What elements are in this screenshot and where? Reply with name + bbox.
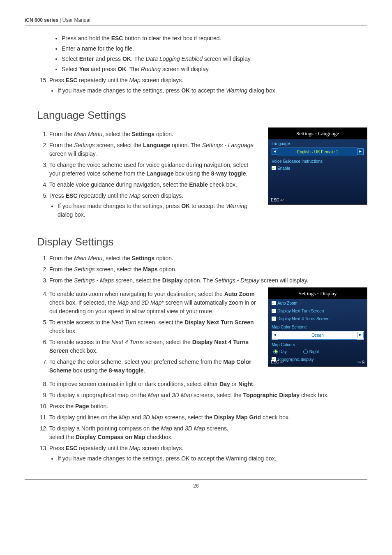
- step: From the Main Menu, select the Settings …: [49, 254, 367, 263]
- next4-checkbox[interactable]: ✓ Display Next 4 Turns Screen: [268, 315, 367, 323]
- heading-language-settings: Language Settings: [37, 107, 367, 123]
- doc-type: User Manual: [62, 17, 90, 23]
- page-header: iCN 600 series | User Manual: [25, 16, 367, 26]
- day-radio[interactable]: Day: [273, 349, 287, 355]
- mcs-label: Map Color Scheme: [268, 323, 367, 330]
- vgi-label: Voice Guidance Instructions: [268, 157, 367, 164]
- mcs-selector[interactable]: ◄ Ocean ►: [272, 331, 364, 340]
- step: From the Settings - Maps screen, select …: [49, 276, 367, 285]
- list-item: Select Enter and press OK. The Data Logg…: [62, 55, 367, 63]
- nextturn-checkbox[interactable]: ✓ Display Next Turn Screen: [268, 307, 367, 315]
- language-screenshot: Settings - Language Language ◄ English -…: [268, 127, 367, 205]
- display-screenshot: Settings - Display ✓ Auto Zoom ✓ Display…: [268, 287, 367, 367]
- page-number: 26: [25, 479, 367, 490]
- heading-display-settings: Display Settings: [37, 234, 367, 250]
- arrow-right-icon[interactable]: ►: [357, 332, 364, 338]
- list-item: If you have made changes to the settings…: [58, 454, 367, 463]
- screenshot-title: Settings - Display: [268, 288, 367, 299]
- step: To change the voice scheme used for voic…: [49, 161, 260, 178]
- step: To display a topographical map on the Ma…: [49, 391, 367, 400]
- page-indicator-icon: ↪ ⎘: [357, 359, 364, 365]
- arrow-right-icon[interactable]: ►: [357, 148, 364, 155]
- checkbox-icon: ✓: [272, 309, 276, 313]
- list-item: Press and hold the ESC button to clear t…: [62, 34, 367, 43]
- list-item: If you have made changes to the settings…: [58, 202, 260, 219]
- product-name: iCN 600 series: [25, 17, 58, 23]
- map-colours-radio[interactable]: Day Night: [268, 348, 367, 356]
- step: To display grid lines on the Map and 3D …: [49, 413, 367, 422]
- esc-indicator: ESC ↩: [271, 197, 284, 203]
- esc-indicator: ESC ↩: [271, 359, 284, 365]
- step: Press the Page button.: [49, 402, 367, 411]
- step: Press ESC repeatedly until the Map scree…: [49, 192, 260, 219]
- step: To enable access to the Next Turn screen…: [49, 318, 260, 335]
- step: To display a North pointing compass on t…: [49, 424, 367, 442]
- screenshot-title: Settings - Language: [268, 128, 367, 139]
- step: Press ESC repeatedly until the Map scree…: [49, 444, 367, 463]
- step: From the Settings screen, select the Lan…: [49, 141, 260, 158]
- language-selector[interactable]: ◄ English - UK Female 1 ►: [272, 148, 364, 156]
- top-steps: Press ESC repeatedly until the Map scree…: [37, 76, 367, 95]
- display-steps: From the Main Menu, select the Settings …: [37, 254, 367, 285]
- mc-label: Map Colours: [268, 340, 367, 348]
- step: To enable auto-zoom when navigating to y…: [49, 290, 260, 316]
- checkbox-icon: ✓: [272, 301, 276, 305]
- radio-off-icon: [303, 349, 308, 354]
- checkbox-icon: ✓: [272, 166, 276, 170]
- display-steps-rest: To improve screen contrast in light or d…: [37, 380, 367, 463]
- list-item: If you have made changes to the settings…: [58, 86, 367, 95]
- list-item: Select Yes and press OK. The Routing scr…: [62, 65, 367, 74]
- display-steps-cont: To enable auto-zoom when navigating to y…: [37, 290, 260, 375]
- autozoom-checkbox[interactable]: ✓ Auto Zoom: [268, 299, 367, 307]
- step: From the Settings screen, select the Map…: [49, 265, 367, 274]
- enable-checkbox[interactable]: ✓ Enable: [268, 164, 367, 172]
- step: To improve screen contrast in light or d…: [49, 380, 367, 388]
- step: From the Main Menu, select the Settings …: [49, 130, 260, 139]
- language-value: English - UK Female 1: [278, 148, 357, 156]
- list-item: Enter a name for the log file.: [62, 44, 367, 53]
- arrow-left-icon[interactable]: ◄: [272, 148, 278, 155]
- field-label: Language: [268, 139, 367, 147]
- step: To enable access to the Next 4 Turns scr…: [49, 338, 260, 355]
- step: To enable voice guidance during navigati…: [49, 180, 260, 189]
- step: To change the color scheme, select your …: [49, 358, 260, 375]
- checkbox-icon: ✓: [272, 317, 276, 321]
- mcs-value: Ocean: [278, 331, 357, 340]
- arrow-left-icon[interactable]: ◄: [272, 332, 278, 338]
- step-15: Press ESC repeatedly until the Map scree…: [49, 76, 367, 95]
- top-bullets: Press and hold the ESC button to clear t…: [49, 34, 367, 74]
- radio-on-icon: [273, 349, 278, 354]
- night-radio[interactable]: Night: [303, 349, 319, 355]
- language-steps: From the Main Menu, select the Settings …: [37, 130, 260, 219]
